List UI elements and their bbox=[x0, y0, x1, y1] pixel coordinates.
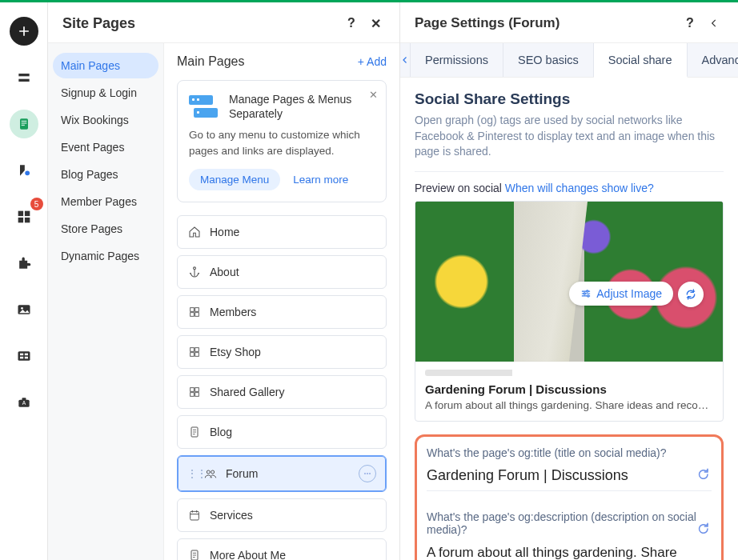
settings-tabs: Permissions SEO basics Social share Adva… bbox=[400, 42, 738, 78]
adjust-image-label: Adjust Image bbox=[596, 287, 662, 300]
page-item-members[interactable]: Members bbox=[177, 295, 387, 329]
revert-og-title-button[interactable] bbox=[694, 466, 712, 483]
apps-badge: 5 bbox=[30, 198, 43, 210]
svg-rect-4 bbox=[21, 122, 26, 123]
page-item-etsy-shop[interactable]: Etsy Shop bbox=[177, 335, 387, 369]
category-event-pages[interactable]: Event Pages bbox=[53, 134, 158, 160]
page-item-label: More About Me bbox=[210, 549, 376, 561]
preview-url-placeholder bbox=[425, 370, 584, 376]
refresh-image-button[interactable] bbox=[678, 282, 704, 307]
page-item-label: About bbox=[210, 266, 376, 278]
svg-text:A: A bbox=[22, 400, 26, 406]
business-tool-button[interactable]: A bbox=[10, 388, 38, 417]
page-item-about[interactable]: About bbox=[177, 255, 387, 289]
dismiss-card-button[interactable]: ✕ bbox=[369, 89, 378, 101]
svg-rect-14 bbox=[20, 354, 23, 356]
section-tool-button[interactable] bbox=[10, 63, 38, 92]
section-icon bbox=[16, 70, 32, 86]
tab-advanced-seo[interactable]: Advanced SEO bbox=[688, 43, 738, 77]
learn-more-link[interactable]: Learn more bbox=[293, 174, 348, 186]
tabs-scroll-left-button[interactable] bbox=[400, 43, 411, 77]
apps-grid-icon bbox=[15, 208, 33, 226]
add-element-button[interactable] bbox=[10, 17, 38, 46]
grid-icon bbox=[187, 305, 202, 319]
adjust-image-button[interactable]: Adjust Image bbox=[569, 282, 673, 306]
design-tool-button[interactable] bbox=[10, 156, 38, 185]
category-wix-bookings[interactable]: Wix Bookings bbox=[53, 107, 158, 133]
add-page-button[interactable]: + Add bbox=[358, 55, 387, 68]
category-blog-pages[interactable]: Blog Pages bbox=[53, 162, 158, 187]
addons-tool-button[interactable] bbox=[10, 249, 38, 278]
help-icon: ? bbox=[347, 16, 355, 30]
svg-rect-0 bbox=[18, 74, 29, 76]
category-main-pages[interactable]: Main Pages bbox=[53, 53, 158, 78]
tab-seo-basics[interactable]: SEO basics bbox=[503, 43, 594, 77]
more-icon bbox=[363, 469, 372, 478]
page-item-home[interactable]: Home bbox=[177, 215, 387, 249]
svg-rect-7 bbox=[18, 211, 22, 216]
manage-menu-card: ✕ Manage Pages & Menus Separately Go to … bbox=[177, 80, 387, 202]
tab-social-share[interactable]: Social share bbox=[594, 43, 688, 78]
og-title-label: What's the page's og:title (title on soc… bbox=[427, 446, 712, 459]
refresh-icon bbox=[684, 288, 697, 301]
settings-body: Social Share Settings Open graph (og) ta… bbox=[400, 78, 738, 560]
close-icon: ✕ bbox=[371, 16, 381, 31]
svg-rect-17 bbox=[24, 357, 27, 359]
media-tool-button[interactable] bbox=[10, 295, 38, 324]
sliders-icon bbox=[580, 288, 592, 299]
svg-point-42 bbox=[369, 473, 371, 474]
pages-tool-button[interactable] bbox=[10, 110, 38, 138]
page-item-label: Shared Gallery bbox=[210, 386, 376, 398]
close-button[interactable]: ✕ bbox=[366, 14, 385, 33]
category-member-pages[interactable]: Member Pages bbox=[53, 189, 158, 214]
page-item-label: Forum bbox=[226, 467, 351, 480]
svg-point-40 bbox=[364, 473, 366, 474]
svg-rect-16 bbox=[20, 357, 23, 359]
svg-rect-29 bbox=[195, 352, 199, 356]
category-dynamic-pages[interactable]: Dynamic Pages bbox=[53, 243, 158, 269]
manage-menu-button[interactable]: Manage Menu bbox=[189, 169, 280, 190]
briefcase-icon: A bbox=[16, 394, 32, 410]
svg-point-41 bbox=[367, 473, 368, 474]
social-share-desc: Open graph (og) tags are used by social … bbox=[415, 113, 724, 160]
site-pages-header: Site Pages ? ✕ bbox=[48, 2, 399, 42]
page-stack-icon bbox=[16, 116, 32, 132]
og-title-field[interactable]: What's the page's og:title (title on soc… bbox=[427, 445, 712, 499]
page-list: HomeAboutMembersEtsy ShopShared GalleryB… bbox=[177, 215, 387, 561]
tab-permissions[interactable]: Permissions bbox=[411, 43, 503, 77]
svg-point-57 bbox=[588, 295, 589, 297]
info-card-desc: Go to any menu to customize which pages … bbox=[189, 127, 375, 158]
og-description-field[interactable]: What's the page's og:description (descri… bbox=[427, 499, 712, 560]
apps-tool-button[interactable]: 5 bbox=[10, 202, 38, 231]
og-title-value[interactable]: Gardening Forum | Discussions bbox=[427, 464, 712, 491]
drag-handle-icon[interactable]: ⋮⋮ bbox=[187, 468, 195, 479]
page-item-label: Etsy Shop bbox=[210, 346, 376, 358]
page-icon bbox=[187, 548, 202, 561]
svg-rect-33 bbox=[195, 392, 199, 396]
page-more-button[interactable] bbox=[359, 465, 376, 482]
svg-rect-31 bbox=[195, 387, 199, 391]
category-store-pages[interactable]: Store Pages bbox=[53, 216, 158, 242]
collapse-button[interactable] bbox=[704, 14, 724, 33]
help-button[interactable]: ? bbox=[342, 14, 361, 33]
page-item-blog[interactable]: Blog bbox=[177, 415, 387, 449]
category-signup-login[interactable]: Signup & Login bbox=[53, 80, 158, 106]
page-item-more-about-me[interactable]: More About Me bbox=[177, 538, 387, 561]
pages-column-title: Main Pages bbox=[177, 54, 245, 69]
content-tool-button[interactable] bbox=[10, 342, 38, 370]
page-item-forum[interactable]: ⋮⋮Forum bbox=[177, 455, 387, 492]
page-item-label: Services bbox=[210, 509, 376, 522]
info-card-title: Manage Pages & Menus Separately bbox=[229, 92, 375, 121]
og-description-value[interactable]: A forum about all things gardening. Shar… bbox=[427, 541, 712, 560]
preview-changes-link[interactable]: When will changes show live? bbox=[505, 182, 654, 194]
page-item-services[interactable]: Services bbox=[177, 498, 387, 532]
page-item-shared-gallery[interactable]: Shared Gallery bbox=[177, 375, 387, 409]
svg-rect-5 bbox=[21, 125, 24, 126]
svg-point-55 bbox=[587, 290, 588, 292]
divider bbox=[415, 171, 724, 172]
home-icon bbox=[187, 225, 202, 239]
help-button[interactable]: ? bbox=[680, 14, 700, 33]
help-icon: ? bbox=[686, 16, 694, 30]
revert-og-description-button[interactable] bbox=[694, 520, 712, 538]
plus-icon bbox=[16, 23, 32, 39]
